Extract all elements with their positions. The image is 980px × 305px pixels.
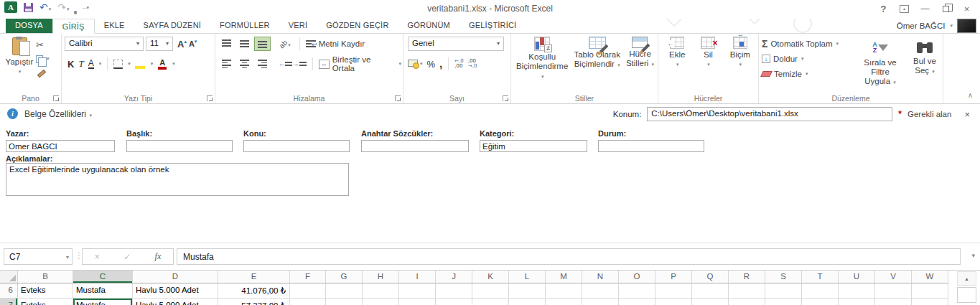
align-center-button[interactable] [236, 57, 253, 71]
align-top-button[interactable] [218, 37, 235, 51]
dropdown-icon[interactable]: ▾ [162, 37, 172, 50]
align-middle-button[interactable] [236, 37, 253, 51]
close-button[interactable]: × [956, 1, 977, 16]
cell[interactable] [363, 283, 399, 299]
subject-input[interactable] [243, 140, 350, 152]
dialog-launcher-icon[interactable] [53, 95, 59, 101]
author-input[interactable] [6, 140, 115, 152]
restore-button[interactable] [935, 1, 956, 16]
cut-button[interactable]: ✂ [36, 39, 50, 50]
category-input[interactable] [480, 140, 587, 152]
fill-color-button[interactable] [135, 59, 146, 69]
cell[interactable] [729, 283, 765, 299]
cell[interactable] [655, 283, 692, 299]
tab-formuller[interactable]: FORMÜLLER [210, 18, 279, 33]
status-input[interactable] [598, 140, 704, 152]
cell[interactable] [509, 299, 546, 305]
cell-styles-button[interactable]: Hücre Stilleri ▾ [624, 37, 656, 93]
avatar[interactable] [957, 19, 976, 33]
cell[interactable] [619, 283, 655, 299]
cell[interactable] [436, 299, 472, 305]
tab-sayfa-duzeni[interactable]: SAYFA DÜZENİ [134, 18, 210, 33]
cell[interactable] [875, 299, 912, 305]
insert-cells-button[interactable]: ← Ekle ▾ [662, 37, 692, 93]
column-header-j[interactable]: J [436, 271, 472, 283]
tab-gorunum[interactable]: GÖRÜNÜM [398, 18, 459, 33]
formula-input[interactable]: Mustafa [177, 248, 961, 265]
title-input[interactable] [126, 140, 233, 152]
cell[interactable] [326, 283, 363, 299]
sort-filter-button[interactable]: AZ Sırala ve Filtre Uygula ▾ [857, 38, 904, 93]
dropdown-icon[interactable]: ▾ [99, 61, 102, 67]
column-header-e[interactable]: E [218, 271, 290, 283]
cell[interactable] [546, 283, 582, 299]
cell[interactable] [326, 299, 363, 305]
cell-e7[interactable]: 57.337,00 ₺ [218, 299, 290, 305]
decrease-decimal-button[interactable]: ,00→,0 [468, 59, 477, 69]
cell[interactable] [765, 299, 802, 305]
cell-c6[interactable]: Mustafa [73, 283, 133, 299]
grow-font-button[interactable]: A▴ [175, 39, 187, 50]
cell[interactable] [655, 299, 692, 305]
column-header-m[interactable]: M [546, 271, 582, 283]
user-name[interactable]: Ömer BAĞCI [897, 22, 946, 30]
cell[interactable] [692, 299, 729, 305]
dropdown-icon[interactable]: ▾ [67, 6, 70, 11]
shrink-font-button[interactable]: A▾ [189, 39, 197, 49]
enter-button[interactable]: ✓ [123, 252, 131, 262]
dialog-launcher-icon[interactable] [207, 95, 213, 101]
dropdown-icon[interactable]: ▾ [493, 37, 503, 50]
cell[interactable] [875, 283, 912, 299]
column-header-i[interactable]: I [399, 271, 436, 283]
scroll-up-button[interactable]: ▲ [957, 271, 976, 286]
collapse-ribbon-button[interactable]: ∧ [968, 91, 973, 99]
merge-center-button[interactable]: ↔ Birleştir ve Ortala ▾ [319, 55, 401, 72]
column-header-b[interactable]: B [18, 271, 73, 283]
cell[interactable] [619, 299, 655, 305]
cell[interactable] [839, 283, 875, 299]
insert-function-button[interactable]: fx [155, 251, 162, 262]
cell[interactable] [912, 283, 948, 299]
keywords-input[interactable] [361, 140, 469, 152]
location-field[interactable]: C:\Users\Ömer\Desktop\veritabani1.xlsx [647, 107, 892, 121]
cell[interactable] [546, 299, 582, 305]
conditional-formatting-button[interactable]: ≠ Koşullu Biçimlendirme ▾ [514, 37, 570, 93]
percent-style-button[interactable]: % [427, 59, 436, 70]
cell[interactable] [912, 299, 948, 305]
cell[interactable] [765, 283, 802, 299]
cell[interactable] [363, 299, 399, 305]
tab-veri[interactable]: VERİ [279, 18, 317, 33]
column-header-h[interactable]: H [363, 271, 399, 283]
cell-d7[interactable]: Havlu 5.000 Adet [133, 299, 218, 305]
select-all-corner[interactable] [0, 271, 18, 283]
decrease-indent-button[interactable]: ← [279, 60, 292, 68]
scrollbar-thumb[interactable] [957, 287, 976, 303]
column-header-p[interactable]: P [655, 271, 692, 283]
column-header-v[interactable]: V [875, 271, 912, 283]
column-header-d[interactable]: D [133, 271, 218, 283]
comments-textarea[interactable]: Excel Eğitimlerinde uygulanacak olan örn… [6, 163, 349, 196]
cell-b6[interactable]: Evteks [18, 283, 73, 299]
align-right-button[interactable] [254, 57, 271, 71]
dropdown-icon[interactable]: ▾ [950, 23, 953, 29]
increase-decimal-button[interactable]: ←,0,00 [454, 59, 464, 69]
column-header-r[interactable]: R [729, 271, 765, 283]
expand-formula-bar-icon[interactable]: ▾ [971, 252, 975, 259]
cell[interactable] [582, 283, 619, 299]
tab-gelistirici[interactable]: GELİŞTİRİCİ [459, 18, 526, 33]
dropdown-icon[interactable]: ▾ [151, 61, 154, 67]
orientation-button[interactable]: ab▾ [279, 39, 291, 49]
cell[interactable] [802, 299, 839, 305]
cell[interactable] [582, 299, 619, 305]
italic-button[interactable]: T [78, 58, 83, 70]
paste-button[interactable]: Yapıştır ▾ [3, 37, 36, 93]
cell[interactable] [290, 299, 326, 305]
dropdown-icon[interactable]: ▾ [66, 254, 69, 261]
dropdown-icon[interactable]: ▾ [133, 37, 143, 50]
vertical-scrollbar[interactable]: ▲ [957, 271, 976, 303]
minimize-button[interactable]: — [915, 1, 935, 16]
dialog-launcher-icon[interactable] [395, 95, 401, 101]
column-header-q[interactable]: Q [692, 271, 729, 283]
font-color-button[interactable]: A [157, 59, 167, 70]
help-button[interactable]: ? [873, 1, 894, 16]
